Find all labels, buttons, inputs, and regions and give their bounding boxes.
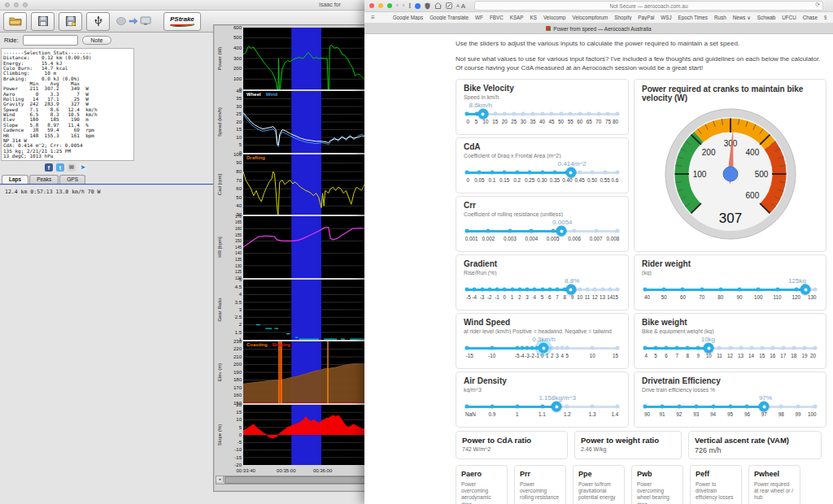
twitter-icon[interactable]: t bbox=[56, 163, 64, 172]
reader-icon[interactable]: I bbox=[408, 2, 411, 10]
bookmark-item[interactable]: Velocomp bbox=[543, 15, 566, 20]
slider-track[interactable] bbox=[467, 230, 617, 232]
slider-tick-dot bbox=[608, 288, 612, 292]
gauge-value: 307 bbox=[718, 211, 741, 226]
chart-plot-area[interactable] bbox=[243, 154, 373, 215]
text-larger-button[interactable]: A bbox=[461, 2, 465, 10]
scrollbar-thumb[interactable] bbox=[225, 476, 365, 484]
slider-track[interactable] bbox=[467, 347, 617, 350]
slider-track[interactable] bbox=[645, 347, 815, 350]
note-button[interactable]: Note bbox=[82, 36, 112, 45]
app-tab-peaks[interactable]: Peaks bbox=[29, 175, 59, 184]
slider-tick-dot bbox=[739, 346, 743, 350]
chart-plot-area[interactable] bbox=[243, 280, 373, 340]
save-as-button[interactable] bbox=[59, 12, 82, 31]
bookmark-item[interactable]: Shopify bbox=[614, 15, 631, 20]
bookmark-item[interactable]: 9to5 bbox=[824, 15, 826, 20]
scroll-left-arrow-icon[interactable]: ◂ bbox=[216, 476, 224, 482]
back-button[interactable]: ‹ bbox=[396, 2, 399, 9]
slider-tick-labels: 4567891011121314151617181920 bbox=[645, 353, 815, 360]
bookmark-item[interactable]: WF bbox=[475, 15, 483, 20]
slider-tick-label: 7 bbox=[675, 353, 678, 358]
slider-track[interactable] bbox=[467, 172, 617, 174]
window-minimize-button[interactable] bbox=[14, 2, 19, 7]
address-bar[interactable]: Not Secure — aerocoach.com.au ⟳ bbox=[474, 1, 823, 11]
shield-icon[interactable] bbox=[425, 2, 430, 10]
slider-tick-label: 0.006 bbox=[568, 236, 581, 241]
bookmark-item[interactable]: Chase bbox=[803, 15, 818, 20]
browser-share-icon[interactable]: ➤ bbox=[79, 163, 87, 172]
slider-tick-dot bbox=[813, 405, 818, 409]
bookmark-item[interactable]: KSAP bbox=[510, 15, 524, 20]
bookmark-item[interactable]: WSJ bbox=[661, 15, 671, 20]
chart-plot-area[interactable] bbox=[243, 216, 373, 278]
app-logo-button[interactable]: PStrake bbox=[164, 12, 201, 31]
slider-tick-dot bbox=[565, 346, 569, 350]
slider-tick-label: 14 bbox=[748, 353, 754, 358]
markup-pencil-icon[interactable] bbox=[446, 2, 452, 9]
power-card-paero: PaeroPower overcoming aerodynamic drag bbox=[456, 465, 508, 504]
bookmark-item[interactable]: KS bbox=[530, 15, 537, 20]
chart-ytick: 190 bbox=[233, 370, 242, 376]
slider-tick-label: 0.05 bbox=[474, 177, 484, 183]
panel-gradient: GradientRise/Run (%)8.8%-5-4-3-2-1012345… bbox=[456, 254, 629, 311]
active-tab[interactable]: Power from speed — Aerocoach Australia bbox=[553, 26, 651, 32]
slider-tick-label: 0.007 bbox=[590, 236, 603, 241]
legend-item: Wind bbox=[266, 92, 278, 97]
chart-plot-area[interactable] bbox=[243, 28, 373, 89]
bookmark-item[interactable]: News ∨ bbox=[733, 15, 751, 20]
chart-ytick: 20 bbox=[236, 119, 242, 125]
bookmark-item[interactable]: Rush bbox=[714, 15, 726, 20]
slider-tick-dot bbox=[503, 112, 507, 116]
bookmark-item[interactable]: Schwab bbox=[757, 15, 775, 20]
text-size-buttons[interactable]: A A bbox=[456, 2, 465, 10]
slider-tick-dot bbox=[694, 405, 698, 409]
reload-icon[interactable]: ⟳ bbox=[815, 2, 820, 8]
close-button[interactable] bbox=[369, 3, 374, 8]
bookmark-item[interactable]: FBVC bbox=[490, 15, 504, 20]
bookmark-item[interactable]: Google Maps bbox=[393, 15, 423, 20]
bookmarks-menu-icon[interactable]: ≡ bbox=[371, 14, 375, 21]
chart-axis-title: Speed (km/h) bbox=[216, 91, 223, 153]
bookmark-item[interactable]: PayPal bbox=[638, 15, 654, 20]
slider-tick-dot bbox=[547, 288, 552, 292]
extension-blue-circle-icon[interactable] bbox=[415, 3, 421, 9]
save-button[interactable] bbox=[31, 12, 55, 31]
app-tab-laps[interactable]: Laps bbox=[2, 175, 28, 184]
gauge-tick-label: 600 bbox=[745, 191, 759, 200]
bookmark-item[interactable]: Velocompforum bbox=[573, 15, 608, 20]
mail-icon[interactable]: ✉ bbox=[68, 163, 76, 172]
window-zoom-button[interactable] bbox=[23, 2, 28, 7]
slider-track[interactable] bbox=[467, 289, 617, 291]
app-tab-gps[interactable]: GPS bbox=[59, 175, 85, 184]
slider-tick-label: 60 bbox=[680, 294, 686, 300]
facebook-icon[interactable]: f bbox=[45, 163, 53, 172]
slider-tick-label: 9 bbox=[571, 294, 574, 300]
slider-track[interactable] bbox=[467, 113, 617, 115]
bookmark-item[interactable]: Epoch Times bbox=[678, 15, 708, 20]
open-file-button[interactable] bbox=[3, 12, 27, 31]
chart-plot-area[interactable] bbox=[243, 341, 373, 403]
window-close-button[interactable] bbox=[5, 2, 10, 7]
chart-scrollbar[interactable]: ◂ bbox=[216, 476, 373, 484]
chart-plot-area[interactable] bbox=[243, 405, 373, 465]
ride-input[interactable] bbox=[23, 35, 78, 46]
chart-plot-area[interactable] bbox=[243, 91, 373, 153]
bookmark-item[interactable]: Google Translate bbox=[430, 15, 469, 20]
device-connect-button[interactable] bbox=[86, 12, 110, 31]
home-icon[interactable] bbox=[434, 2, 442, 9]
slider-track[interactable] bbox=[467, 406, 617, 408]
slider-value-label: 10kg bbox=[701, 336, 715, 343]
minimize-button[interactable] bbox=[378, 3, 383, 8]
text-smaller-button[interactable]: A bbox=[456, 3, 459, 8]
chart-ytick: 90 bbox=[236, 160, 242, 166]
slider-track[interactable] bbox=[645, 406, 815, 408]
bookmark-item[interactable]: UFCU bbox=[782, 15, 796, 20]
slider-tick-label: 110 bbox=[774, 294, 782, 300]
forward-button[interactable]: › bbox=[403, 2, 405, 9]
maximize-button[interactable] bbox=[387, 3, 392, 8]
slider-tick-label: -5 bbox=[466, 294, 471, 300]
download-to-computer-group[interactable] bbox=[114, 16, 153, 26]
slider-track[interactable] bbox=[645, 289, 815, 291]
slider-tick-label: 15 bbox=[759, 353, 765, 358]
